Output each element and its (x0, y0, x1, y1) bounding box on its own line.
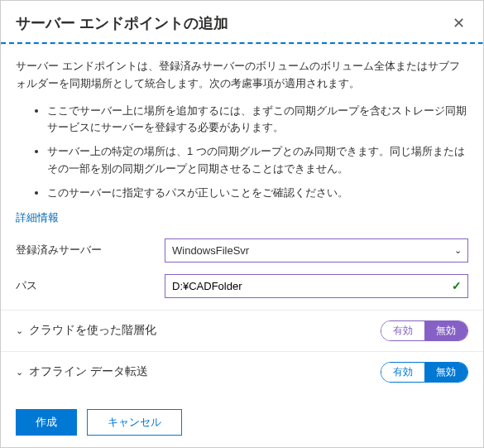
bullet-item: このサーバーに指定するパスが正しいことをご確認ください。 (47, 185, 468, 202)
description-text: サーバー エンドポイントは、登録済みサーバーのボリュームのボリューム全体またはサ… (16, 58, 468, 93)
chevron-down-icon[interactable]: ⌄ (16, 367, 29, 378)
server-label: 登録済みサーバー (16, 243, 165, 258)
panel-title: サーバー エンドポイントの追加 (16, 13, 449, 33)
toggle-on-label: 有効 (381, 363, 424, 382)
offline-transfer-label: オフライン データ転送 (29, 364, 381, 379)
cloud-tiering-toggle[interactable]: 有効 無効 (381, 320, 468, 341)
more-info-link[interactable]: 詳細情報 (16, 210, 59, 225)
toggle-on-label: 有効 (381, 321, 424, 340)
path-label: パス (16, 278, 165, 293)
path-input[interactable] (165, 274, 468, 298)
toggle-off-label: 無効 (424, 321, 467, 340)
toggle-off-label: 無効 (424, 363, 467, 382)
close-icon[interactable]: ✕ (449, 12, 468, 34)
chevron-down-icon[interactable]: ⌄ (16, 325, 29, 336)
offline-transfer-toggle[interactable]: 有効 無効 (381, 362, 468, 383)
cancel-button[interactable]: キャンセル (87, 409, 182, 436)
registered-server-select[interactable]: WindowsFileSvr (165, 238, 468, 263)
bullet-item: ここでサーバー上に場所を追加するには、まずこの同期グループを含むストレージ同期サ… (47, 103, 468, 137)
bullet-item: サーバー上の特定の場所は、1 つの同期グループとのみ同期できます。同じ場所または… (47, 143, 468, 178)
create-button[interactable]: 作成 (16, 409, 77, 436)
checkmark-icon: ✓ (452, 279, 462, 292)
cloud-tiering-label: クラウドを使った階層化 (29, 323, 381, 338)
